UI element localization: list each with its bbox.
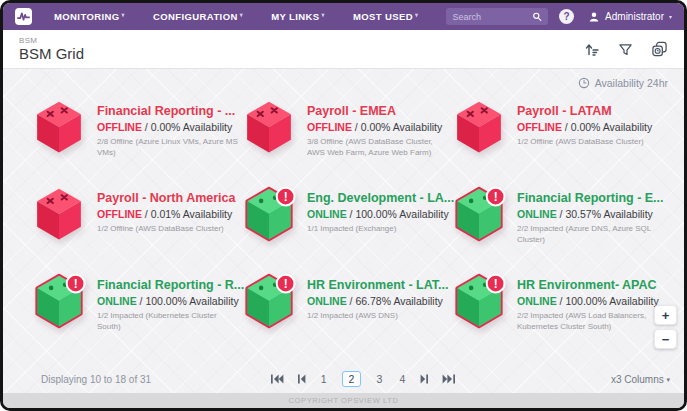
tile-detail: 2/2 Impacted (Azure DNS, Azure SQL Clust… [517, 224, 659, 246]
filter-icon[interactable] [618, 42, 633, 57]
zoom-in-button[interactable]: + [654, 305, 677, 325]
tile-title[interactable]: Eng. Development - LA... [307, 191, 449, 205]
tile-availability: 0.00% Availability [361, 121, 443, 133]
next-page-button[interactable] [420, 374, 429, 384]
tile-title[interactable]: HR Environment- APAC [517, 278, 659, 292]
person-icon [588, 11, 600, 23]
status-cube-icon: ! [451, 186, 507, 242]
chevron-down-icon: ▾ [322, 12, 325, 18]
page-number-4[interactable]: 4 [397, 373, 407, 385]
menu-monitoring[interactable]: MONITORING▾ [54, 11, 125, 22]
zoom-out-button[interactable]: − [654, 329, 677, 349]
status-cube-icon: ! [241, 186, 297, 242]
availability-period-label[interactable]: Availability 24hr [595, 77, 668, 89]
tile-status: ONLINE [517, 208, 557, 220]
help-icon[interactable]: ? [559, 9, 574, 24]
top-navigation-bar: MONITORING▾ CONFIGURATION▾ MY LINKS▾ MOS… [3, 3, 684, 30]
columns-label: x3 Columns [611, 374, 664, 385]
bsm-tile[interactable]: ! Financial Reporting - E... ONLINE / 30… [451, 186, 661, 273]
tile-text: HR Environment- APAC ONLINE / 100.00% Av… [517, 273, 659, 333]
status-cube-icon: ! [451, 273, 507, 329]
menu-most-used[interactable]: MOST USED▾ [353, 11, 419, 22]
availability-row: Availability 24hr [3, 69, 684, 91]
bsm-grid-content: Availability 24hr ! Financial Reporting … [3, 69, 684, 393]
previous-page-button[interactable] [297, 374, 306, 384]
page-number-1[interactable]: 1 [319, 373, 329, 385]
pagination-bar: Displaying 10 to 18 of 31 1234 x3 Column… [3, 367, 684, 393]
tile-title[interactable]: Financial Reporting - E... [517, 191, 659, 205]
header-toolbar [584, 41, 668, 57]
tile-text: Payroll - LATAM OFFLINE / 0.00% Availabi… [517, 99, 652, 148]
svg-text:!: ! [493, 189, 497, 204]
bsm-tile[interactable]: ! Financial Reporting - ... OFFLINE / 0.… [31, 99, 241, 186]
app-window: MONITORING▾ CONFIGURATION▾ MY LINKS▾ MOS… [0, 0, 687, 411]
chevron-down-icon: ▾ [415, 12, 418, 18]
tile-status: OFFLINE [517, 121, 562, 133]
bsm-tile[interactable]: ! Payroll - North America OFFLINE / 0.01… [31, 186, 241, 273]
breadcrumb: BSM [19, 36, 84, 45]
tile-status: OFFLINE [307, 121, 352, 133]
tile-detail: 1/2 Impacted (AWS DNS) [307, 311, 448, 322]
tile-status-line: OFFLINE / 0.00% Availability [97, 121, 239, 133]
first-page-button[interactable] [270, 374, 284, 384]
sort-icon[interactable] [584, 42, 600, 57]
page-number-2[interactable]: 2 [342, 371, 362, 387]
page-number-3[interactable]: 3 [374, 373, 384, 385]
last-page-button[interactable] [442, 374, 456, 384]
search-icon[interactable] [532, 11, 542, 22]
tile-text: HR Environment - LAT... ONLINE / 66.78% … [307, 273, 448, 322]
tile-title[interactable]: HR Environment - LAT... [307, 278, 448, 292]
chevron-down-icon: ▾ [240, 12, 243, 18]
copyright-footer: COPYRIGHT OPSVIEW LTD [3, 393, 684, 408]
bsm-tile[interactable]: ! HR Environment - LAT... ONLINE / 66.78… [241, 273, 451, 360]
page-titles: BSM BSM Grid [19, 36, 84, 62]
tile-status: OFFLINE [97, 121, 142, 133]
chevron-down-icon: ▾ [669, 13, 672, 20]
copyright-text: COPYRIGHT OPSVIEW LTD [289, 396, 399, 405]
clone-icon[interactable] [651, 41, 668, 57]
menu-configuration-label: CONFIGURATION [153, 11, 238, 22]
tile-title[interactable]: Payroll - EMEA [307, 104, 449, 118]
search-box[interactable] [446, 8, 548, 25]
menu-my-links[interactable]: MY LINKS▾ [271, 11, 325, 22]
tile-availability: 0.00% Availability [151, 121, 233, 133]
tile-title[interactable]: Payroll - LATAM [517, 104, 652, 118]
user-name: Administrator [605, 11, 664, 22]
topbar-right-group: ? Administrator ▾ [559, 9, 672, 24]
tile-status-line: ONLINE / 100.00% Availability [517, 295, 659, 307]
tile-status-line: ONLINE / 100.00% Availability [307, 208, 449, 220]
menu-monitoring-label: MONITORING [54, 11, 120, 22]
tile-title[interactable]: Payroll - North America [97, 191, 235, 205]
user-menu[interactable]: Administrator ▾ [588, 11, 672, 23]
status-cube-icon: ! [241, 99, 297, 155]
svg-text:!: ! [493, 276, 497, 291]
impacted-badge-icon: ! [277, 188, 295, 206]
tile-title[interactable]: Financial Reporting - ... [97, 104, 239, 118]
status-cube-icon: ! [31, 99, 87, 155]
bsm-tile[interactable]: ! Financial Reporting - R... ONLINE / 10… [31, 273, 241, 360]
tile-text: Payroll - North America OFFLINE / 0.01% … [97, 186, 235, 235]
menu-configuration[interactable]: CONFIGURATION▾ [153, 11, 243, 22]
zoom-controls: + − [654, 305, 677, 349]
tile-status-line: OFFLINE / 0.01% Availability [97, 208, 235, 220]
bsm-tile[interactable]: ! Payroll - EMEA OFFLINE / 0.00% Availab… [241, 99, 451, 186]
tile-status-line: ONLINE / 30.57% Availability [517, 208, 659, 220]
page-numbers: 1234 [319, 371, 408, 387]
clock-icon [578, 77, 590, 89]
status-cube-icon: ! [31, 186, 87, 242]
tile-status-line: ONLINE / 66.78% Availability [307, 295, 448, 307]
bsm-tile[interactable]: ! Eng. Development - LA... ONLINE / 100.… [241, 186, 451, 273]
search-input[interactable] [452, 12, 532, 22]
tile-text: Financial Reporting - R... ONLINE / 100.… [97, 273, 239, 333]
tile-detail: 2/2 Impacted (AWS Load Balancers, Kubern… [517, 311, 659, 333]
tile-title[interactable]: Financial Reporting - R... [97, 278, 239, 292]
svg-text:!: ! [283, 189, 287, 204]
page-title: BSM Grid [19, 45, 84, 62]
tile-status-line: OFFLINE / 0.00% Availability [307, 121, 449, 133]
opsview-logo-icon[interactable] [15, 8, 32, 25]
impacted-badge-icon: ! [487, 275, 505, 293]
bsm-tile[interactable]: ! Payroll - LATAM OFFLINE / 0.00% Availa… [451, 99, 661, 186]
bsm-tile[interactable]: ! HR Environment- APAC ONLINE / 100.00% … [451, 273, 661, 360]
tile-status-line: OFFLINE / 0.00% Availability [517, 121, 652, 133]
columns-selector[interactable]: x3 Columns ▾ [611, 374, 670, 385]
